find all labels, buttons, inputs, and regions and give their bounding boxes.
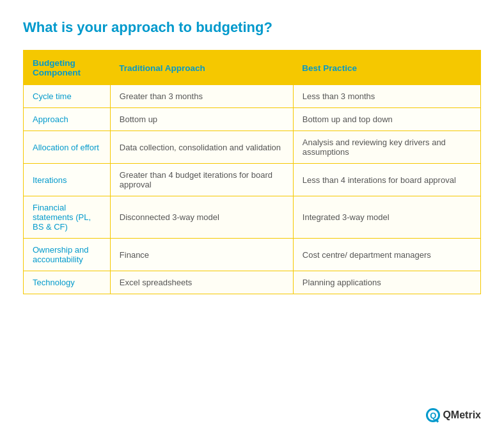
traditional-cell: Greater than 4 budget iterations for boa… [110,164,293,196]
best-practice-cell: Analysis and reviewing key drivers and a… [293,131,480,164]
table-row: TechnologyExcel spreadsheetsPlanning app… [24,271,481,294]
logo-area: Q QMetrix [426,408,481,422]
component-cell: Ownership and accountability [24,239,111,271]
best-practice-cell: Bottom up and top down [293,108,480,131]
table-row: Cycle timeGreater than 3 monthsLess than… [24,85,481,108]
component-cell: Iterations [24,164,111,196]
traditional-cell: Excel spreadsheets [110,271,293,294]
budgeting-table: Budgeting Component Traditional Approach… [23,50,481,294]
best-practice-cell: Less than 3 months [293,85,480,108]
header-traditional: Traditional Approach [110,51,293,86]
traditional-cell: Greater than 3 months [110,85,293,108]
best-practice-cell: Planning applications [293,271,480,294]
component-cell: Financial statements (PL, BS & CF) [24,196,111,239]
best-practice-cell: Cost centre/ department managers [293,239,480,271]
table-row: Financial statements (PL, BS & CF)Discon… [24,196,481,239]
best-practice-cell: Integrated 3-way model [293,196,480,239]
traditional-cell: Disconnected 3-way model [110,196,293,239]
traditional-cell: Finance [110,239,293,271]
component-cell: Allocation of effort [24,131,111,164]
traditional-cell: Bottom up [110,108,293,131]
logo-icon: Q [426,408,440,422]
best-practice-cell: Less than 4 interations for board approv… [293,164,480,196]
page-title: What is your approach to budgeting? [23,19,481,36]
header-best-practice: Best Practice [293,51,480,86]
component-cell: Cycle time [24,85,111,108]
traditional-cell: Data collection, consolidation and valid… [110,131,293,164]
component-cell: Approach [24,108,111,131]
logo-text: QMetrix [443,409,481,421]
component-cell: Technology [24,271,111,294]
table-row: Allocation of effortData collection, con… [24,131,481,164]
header-component: Budgeting Component [24,51,111,86]
table-row: ApproachBottom upBottom up and top down [24,108,481,131]
table-row: IterationsGreater than 4 budget iteratio… [24,164,481,196]
table-row: Ownership and accountabilityFinanceCost … [24,239,481,271]
